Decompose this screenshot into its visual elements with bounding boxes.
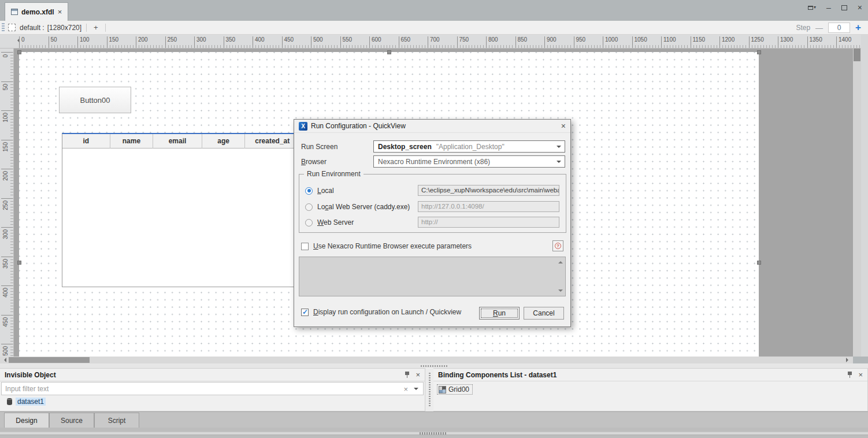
dialog-titlebar[interactable]: X Run Configuration - QuickView × — [294, 120, 570, 133]
grid-component-icon — [439, 386, 446, 394]
form-resize-handle-top-left[interactable] — [17, 50, 21, 54]
status-grip-icon[interactable] — [420, 432, 447, 435]
tab-close-icon[interactable]: × — [58, 8, 62, 16]
list-item-grid00[interactable]: Grid00 — [437, 384, 473, 395]
vertical-splitter[interactable] — [425, 368, 433, 411]
grid-column-header-email[interactable]: email — [153, 134, 202, 149]
use-params-checkbox-row[interactable]: Use Nexacro Runtime Browser execute para… — [301, 242, 472, 250]
web-server-url-field[interactable]: http:// — [418, 217, 559, 228]
chevron-down-icon[interactable] — [557, 146, 561, 150]
h-ruler-label: 950 — [574, 36, 586, 48]
radio-row-web-server[interactable]: Web Server — [305, 218, 354, 227]
grid-column-header-created_at[interactable]: created_at — [245, 134, 300, 149]
use-params-checkbox[interactable] — [301, 243, 309, 250]
canvas-button00[interactable]: Button00 — [59, 87, 131, 113]
panel-close-icon[interactable]: × — [858, 370, 863, 379]
h-ruler-label: 1150 — [691, 36, 706, 48]
minimize-button[interactable]: – — [826, 5, 831, 10]
form-resize-handle-top-right[interactable] — [757, 50, 761, 54]
list-item-dataset1[interactable]: dataset1 — [0, 395, 425, 406]
chevron-down-icon[interactable] — [557, 161, 561, 165]
local-web-server-url-field[interactable]: http://127.0.0.1:4098/ — [418, 201, 559, 212]
grid-column-header-name[interactable]: name — [110, 134, 154, 149]
radio-row-local-web-server[interactable]: Local Web Server (caddy.exe) — [305, 203, 410, 211]
v-ruler-label: 450 — [1, 315, 13, 327]
h-ruler-label: 150 — [107, 36, 119, 48]
toolbar-drag-grip[interactable] — [2, 23, 5, 32]
scroll-left-icon[interactable] — [2, 358, 6, 362]
layout-size: [1280x720] — [47, 24, 81, 32]
pin-icon[interactable] — [405, 372, 410, 378]
tab-source[interactable]: Source — [49, 413, 94, 428]
panel-title: Binding Components List - dataset1 — [438, 371, 557, 379]
grid-column-header-id[interactable]: id — [62, 134, 110, 149]
document-tab-demo-xfdl[interactable]: demo.xfdl × — [5, 2, 68, 21]
editor-mode-tabbar: Design Source Script 125% − + — [0, 411, 868, 428]
close-button[interactable]: × — [858, 5, 862, 10]
local-web-server-radio[interactable] — [305, 203, 313, 211]
help-button[interactable]: ? — [552, 240, 563, 251]
panel-close-icon[interactable]: × — [416, 370, 420, 379]
h-ruler-label: 550 — [340, 36, 353, 48]
cancel-button[interactable]: Cancel — [524, 307, 564, 320]
browser-label: Browser — [301, 158, 327, 166]
run-environment-group: Run Environment Local C:\eclipse_xupN\wo… — [299, 174, 566, 233]
step-label: Step — [796, 24, 810, 32]
h-ruler-label: 1250 — [749, 36, 764, 48]
h-scrollbar-thumb[interactable] — [9, 357, 90, 363]
filter-input[interactable]: Input filter text — [5, 385, 49, 393]
scroll-up-icon[interactable] — [558, 259, 563, 263]
filter-input-wrap: Input filter text × — [1, 382, 424, 395]
local-radio-label: Local — [317, 187, 334, 195]
step-increment-button[interactable]: + — [855, 22, 861, 34]
run-screen-combobox[interactable]: Desktop_screen "Application_Desktop" — [373, 140, 565, 153]
horizontal-scrollbar[interactable] — [0, 357, 853, 363]
clear-filter-icon[interactable]: × — [403, 385, 408, 394]
display-config-checkbox[interactable] — [301, 309, 309, 316]
h-ruler-label: 900 — [544, 36, 557, 48]
window-titlebar: demo.xfdl × ▾ – × — [0, 0, 868, 21]
step-decrement-button[interactable]: — — [815, 24, 823, 32]
dialog-close-icon[interactable]: × — [561, 121, 566, 131]
web-server-radio[interactable] — [305, 219, 313, 227]
v-ruler-label: 200 — [1, 169, 13, 181]
chevron-down-icon[interactable] — [414, 388, 418, 392]
grid-column-header-age[interactable]: age — [202, 134, 246, 149]
step-value-input[interactable]: 0 — [828, 23, 850, 33]
horizontal-splitter[interactable] — [0, 363, 868, 368]
maximize-button[interactable] — [841, 5, 847, 10]
use-params-label: Use Nexacro Runtime Browser execute para… — [313, 242, 472, 250]
h-ruler-label: 1050 — [632, 36, 647, 48]
v-scrollbar-thumb[interactable] — [854, 49, 860, 61]
grid-header: idnameemailagecreated_at — [62, 134, 300, 149]
h-ruler-label: 0 — [19, 36, 25, 48]
execute-parameters-textarea[interactable] — [299, 257, 566, 296]
browser-combobox[interactable]: Nexacro Runtime Environment (x86) — [373, 155, 565, 168]
run-screen-secondary: "Application_Desktop" — [436, 143, 505, 151]
form-resize-handle-top-center[interactable] — [387, 50, 391, 54]
v-ruler-label: 250 — [1, 198, 13, 210]
display-config-checkbox-row[interactable]: Display run configuration on Launch / Qu… — [301, 308, 461, 316]
local-path-field[interactable]: C:\eclipse_xupN\workspace\edu\src\main\w… — [418, 185, 559, 196]
browser-value: Nexacro Runtime Environment (x86) — [378, 158, 490, 166]
document-tab-title: demo.xfdl — [21, 8, 54, 16]
window-menu-icon[interactable]: ▾ — [808, 5, 816, 10]
vertical-scrollbar[interactable] — [853, 49, 861, 357]
add-layout-button[interactable]: + — [91, 23, 101, 32]
dataset-icon — [7, 398, 12, 405]
tab-script[interactable]: Script — [94, 413, 139, 428]
pin-icon[interactable] — [847, 372, 852, 378]
run-screen-label: Run Screen — [301, 143, 337, 151]
scroll-down-icon[interactable] — [558, 289, 563, 294]
radio-row-local[interactable]: Local — [305, 187, 334, 195]
form-resize-handle-mid-right[interactable] — [757, 261, 761, 265]
canvas-grid00[interactable]: idnameemailagecreated_at — [62, 133, 301, 287]
v-ruler-label: 0 — [1, 52, 13, 58]
local-radio[interactable] — [305, 187, 313, 195]
tab-design[interactable]: Design — [4, 413, 49, 428]
binding-components-panel-header: Binding Components List - dataset1 × — [433, 369, 867, 381]
form-resize-handle-mid-left[interactable] — [17, 261, 21, 265]
run-button[interactable]: Run — [479, 307, 520, 320]
scroll-right-icon[interactable] — [846, 358, 851, 362]
h-ruler-label: 850 — [515, 36, 528, 48]
